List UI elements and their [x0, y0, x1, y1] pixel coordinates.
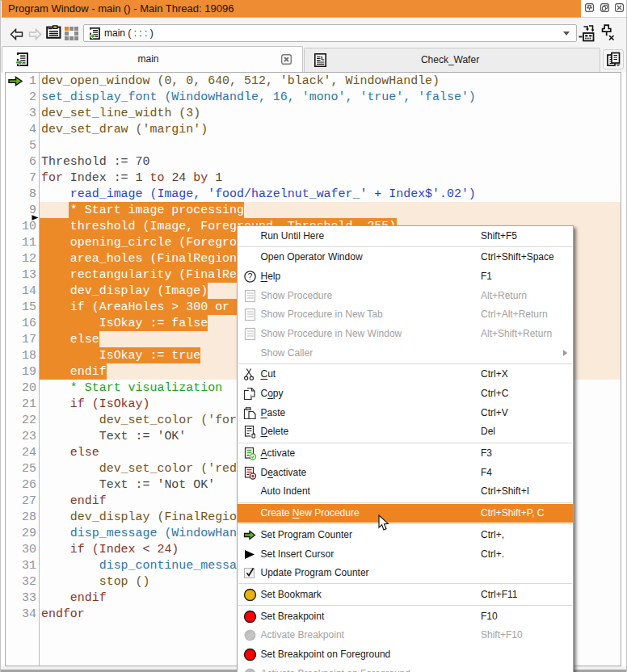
svg-text:?: ?: [248, 271, 253, 281]
